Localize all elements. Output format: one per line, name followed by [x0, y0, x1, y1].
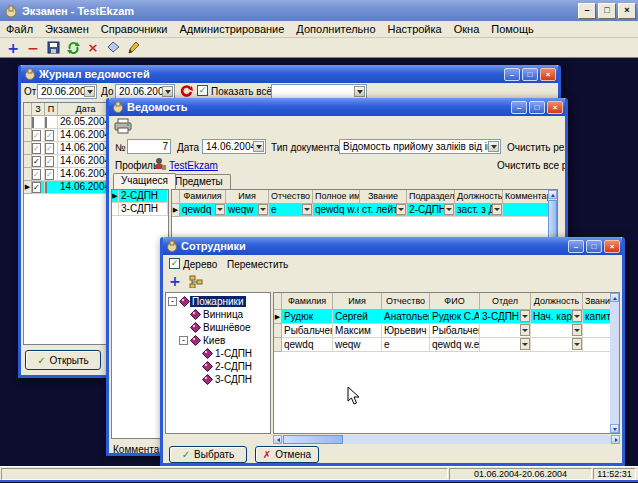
tree-item-root[interactable]: - Пожарники [166, 295, 270, 308]
minimize-button[interactable]: – [578, 3, 596, 19]
menu-windows[interactable]: Окна [448, 23, 486, 35]
menu-directories[interactable]: Справочники [95, 23, 174, 35]
z-checkbox[interactable]: ✓ [32, 143, 41, 154]
p-checkbox[interactable]: ✓ [45, 169, 54, 180]
chevron-down-icon[interactable] [520, 310, 530, 322]
delete-button[interactable]: × [83, 39, 103, 57]
chevron-down-icon[interactable] [302, 204, 312, 215]
table-row[interactable]: Рыбальченко Максим Юрьевич Рыбальченко М… [274, 324, 619, 338]
select-button[interactable]: ✓ Выбрать [169, 446, 247, 463]
chevron-down-icon[interactable] [253, 141, 264, 152]
close-button[interactable]: × [618, 3, 636, 19]
column-header[interactable]: Отдел [480, 293, 531, 310]
menu-file[interactable]: Файл [0, 23, 39, 35]
column-header[interactable]: П [45, 103, 58, 116]
table-row[interactable]: ✓ ✓ 14.06.2004 [24, 168, 115, 181]
p-checkbox[interactable] [45, 182, 47, 193]
group-row[interactable]: 3-СДПН [112, 203, 168, 216]
chevron-down-icon[interactable] [162, 86, 173, 97]
tree-item[interactable]: Вишнёвое [166, 321, 270, 334]
tree-item[interactable]: Винница [166, 308, 270, 321]
journal-maximize-button[interactable]: □ [522, 68, 538, 81]
chevron-down-icon[interactable] [354, 86, 365, 97]
chevron-down-icon[interactable] [258, 204, 268, 215]
scroll-thumb[interactable] [283, 435, 343, 444]
chevron-down-icon[interactable] [396, 204, 406, 215]
employees-maximize-button[interactable]: □ [586, 240, 602, 253]
view-button[interactable] [103, 39, 123, 57]
table-row[interactable]: ✓ ✓ 14.06.2004 [24, 155, 115, 168]
employees-grid-vscrollbar[interactable] [610, 293, 619, 433]
column-header[interactable]: З [32, 103, 45, 116]
tree-view-button[interactable] [189, 275, 203, 290]
column-header[interactable]: Звание [360, 190, 407, 204]
vedomost-maximize-button[interactable]: □ [529, 101, 545, 114]
chevron-down-icon[interactable] [520, 324, 530, 336]
chevron-down-icon[interactable] [572, 310, 582, 322]
table-row[interactable]: 26.05.2004 [24, 116, 115, 129]
p-checkbox[interactable]: ✓ [45, 156, 54, 167]
column-header[interactable]: ФИО [430, 293, 480, 310]
scroll-thumb[interactable] [548, 200, 557, 240]
group-row-selected[interactable]: ▶ 2-СДПН [112, 190, 168, 203]
chevron-down-icon[interactable] [492, 204, 502, 215]
remove-button[interactable]: − [23, 39, 43, 57]
z-checkbox[interactable]: ✓ [32, 182, 41, 193]
p-checkbox[interactable] [45, 117, 47, 128]
z-checkbox[interactable]: ✓ [32, 130, 41, 141]
column-header[interactable]: Отчество [382, 293, 430, 310]
column-header[interactable]: Отчество [269, 190, 313, 204]
column-header[interactable]: Должность [455, 190, 503, 204]
add-employee-button[interactable]: + [169, 273, 181, 289]
chevron-down-icon[interactable] [520, 338, 530, 350]
menu-administration[interactable]: Администрирование [173, 23, 290, 35]
cancel-button[interactable]: ✗ Отмена [255, 446, 319, 463]
table-row[interactable]: ✓ ✓ 14.06.2004 [24, 129, 115, 142]
column-header[interactable]: Подразделение [407, 190, 455, 204]
menu-settings[interactable]: Настройка [382, 23, 448, 35]
save-button[interactable] [43, 39, 63, 57]
vedomost-close-button[interactable]: × [547, 101, 563, 114]
tree-checkbox[interactable]: ✓ [169, 258, 180, 269]
move-button[interactable]: Переместить [227, 259, 288, 270]
menu-help[interactable]: Помощь [485, 23, 540, 35]
column-header[interactable]: Полное имя [313, 190, 360, 204]
scroll-up-arrow[interactable] [610, 293, 619, 302]
restore-button[interactable]: □ [598, 3, 616, 19]
collapse-icon[interactable]: - [168, 297, 177, 306]
employees-minimize-button[interactable]: – [568, 240, 584, 253]
chevron-down-icon[interactable] [488, 141, 499, 152]
refresh-button[interactable] [63, 39, 83, 57]
vedomost-date-combo[interactable]: 14.06.2004 [202, 139, 266, 154]
tree-item[interactable]: - Киев [166, 334, 270, 347]
show-all-checkbox[interactable]: ✓ [197, 85, 208, 96]
column-header[interactable]: Должность [531, 293, 583, 310]
chevron-down-icon[interactable] [572, 338, 582, 350]
chevron-down-icon[interactable] [572, 324, 582, 336]
clear-all-results-button[interactable]: Очистить все рез. [497, 160, 565, 171]
z-checkbox[interactable]: ✓ [32, 156, 41, 167]
tree-item[interactable]: 3-СДПН [166, 373, 270, 386]
edit-button[interactable] [123, 39, 143, 57]
from-date-combo[interactable]: 20.06.2004 [37, 84, 97, 99]
add-button[interactable]: + [3, 39, 23, 57]
table-row[interactable]: ✓ ✓ 14.06.2004 [24, 142, 115, 155]
p-checkbox[interactable]: ✓ [45, 130, 54, 141]
z-checkbox[interactable] [32, 117, 34, 128]
open-button[interactable]: ✓ Открыть [25, 350, 101, 370]
employees-close-button[interactable]: × [604, 240, 620, 253]
column-header[interactable]: Фамилия [282, 293, 333, 310]
scroll-right-arrow[interactable] [611, 435, 620, 444]
to-date-combo[interactable]: 20.06.2004 [115, 84, 175, 99]
menu-additional[interactable]: Дополнительно [290, 23, 381, 35]
doc-type-combo[interactable]: Відомость прийому заліків від ін [339, 139, 501, 154]
chevron-down-icon[interactable] [84, 86, 95, 97]
z-checkbox[interactable]: ✓ [32, 169, 41, 180]
scroll-left-arrow[interactable] [273, 435, 282, 444]
print-button[interactable] [114, 118, 132, 136]
tree-item[interactable]: 1-СДПН [166, 347, 270, 360]
clear-results-button[interactable]: Очистить рез. [507, 142, 565, 153]
table-row-selected[interactable]: ▶ qewdq weqw e qewdq w.e. ст. лейтенант … [172, 204, 557, 217]
table-row[interactable]: qewdq weqw e qewdq w.e. [274, 338, 619, 352]
chevron-down-icon[interactable] [444, 204, 454, 215]
